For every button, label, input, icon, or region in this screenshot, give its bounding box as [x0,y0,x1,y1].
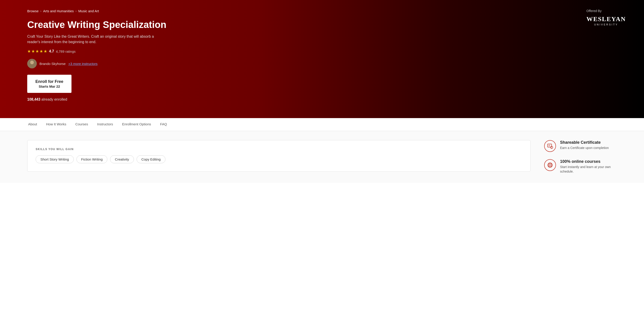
instructor-row: Brando Skyhorse +3 more instructors [27,59,186,68]
skills-section-label: SKILLS YOU WILL GAIN [36,148,522,151]
svg-point-1 [30,61,34,64]
university-name: WESLEYAN [586,16,626,23]
feature-online: 100% online courses Start instantly and … [544,159,617,174]
university-logo: WESLEYAN UNIVERSITY [586,16,626,26]
hero-section: Browse › Arts and Humanities › Music and… [0,0,644,118]
tab-instructors[interactable]: Instructors [96,118,114,131]
enrolled-count: 108,443 already enrolled [27,97,186,102]
rating-count: 4,789 ratings [56,50,76,53]
breadcrumb: Browse › Arts and Humanities › Music and… [27,9,617,13]
hero-subtitle: Craft Your Story Like the Great Writers.… [27,34,164,45]
certificate-desc: Earn a Certificate upon completion [560,146,609,150]
tab-courses[interactable]: Courses [74,118,89,131]
left-column: SKILLS YOU WILL GAIN Short Story Writing… [27,140,530,174]
main-content: SKILLS YOU WILL GAIN Short Story Writing… [0,131,644,183]
feature-certificate: Shareable Certificate Earn a Certificate… [544,140,617,152]
skill-tag-copy-editing: Copy Editing [136,155,166,163]
skill-tag-short-story: Short Story Writing [36,155,74,163]
avatar [27,59,37,68]
breadcrumb-sep-2: › [76,10,76,13]
star-1: ★ [27,49,31,54]
star-2: ★ [31,49,35,54]
globe-icon [544,159,556,171]
breadcrumb-arts[interactable]: Arts and Humanities [43,9,74,13]
breadcrumb-browse[interactable]: Browse [27,9,38,13]
instructor-more-link[interactable]: +3 more instructors [68,62,98,66]
skill-tag-creativity: Creativity [110,155,134,163]
right-column: Shareable Certificate Earn a Certificate… [544,140,617,174]
star-5-half: ★ [44,49,47,54]
breadcrumb-music[interactable]: Music and Art [78,9,99,13]
online-text: 100% online courses Start instantly and … [560,159,617,174]
certificate-title: Shareable Certificate [560,140,609,145]
enrolled-label: already enrolled [41,97,67,101]
page-title: Creative Writing Specialization [27,19,186,30]
certificate-icon [544,140,556,152]
hero-content: Creative Writing Specialization Craft Yo… [27,19,186,102]
rating-value: 4.7 [49,49,54,53]
offered-by-panel: Offered By WESLEYAN UNIVERSITY [586,9,626,26]
breadcrumb-sep-1: › [40,10,41,13]
skills-card: SKILLS YOU WILL GAIN Short Story Writing… [27,140,530,172]
enrolled-number: 108,443 [27,97,40,101]
star-rating: ★ ★ ★ ★ ★ [27,49,47,54]
star-4: ★ [40,49,43,54]
online-desc: Start instantly and learn at your own sc… [560,165,617,174]
instructor-name: Brando Skyhorse [40,62,66,66]
online-title: 100% online courses [560,159,617,164]
university-sub: UNIVERSITY [586,23,626,26]
offered-by-label: Offered By [586,9,626,13]
skill-tag-fiction: Fiction Writing [76,155,108,163]
rating-row: ★ ★ ★ ★ ★ 4.7 4,789 ratings [27,49,186,54]
enroll-starts: Starts Mar 22 [36,85,63,88]
nav-tabs: About How It Works Courses Instructors E… [0,118,644,131]
tab-how-it-works[interactable]: How It Works [45,118,67,131]
enroll-button[interactable]: Enroll for Free Starts Mar 22 [27,75,72,93]
tab-enrollment[interactable]: Enrollment Options [121,118,152,131]
certificate-text: Shareable Certificate Earn a Certificate… [560,140,609,150]
tab-faq[interactable]: FAQ [159,118,168,131]
skills-tags: Short Story Writing Fiction Writing Crea… [36,155,522,163]
enroll-title: Enroll for Free [36,79,63,84]
tab-about[interactable]: About [27,118,38,131]
star-3: ★ [36,49,39,54]
